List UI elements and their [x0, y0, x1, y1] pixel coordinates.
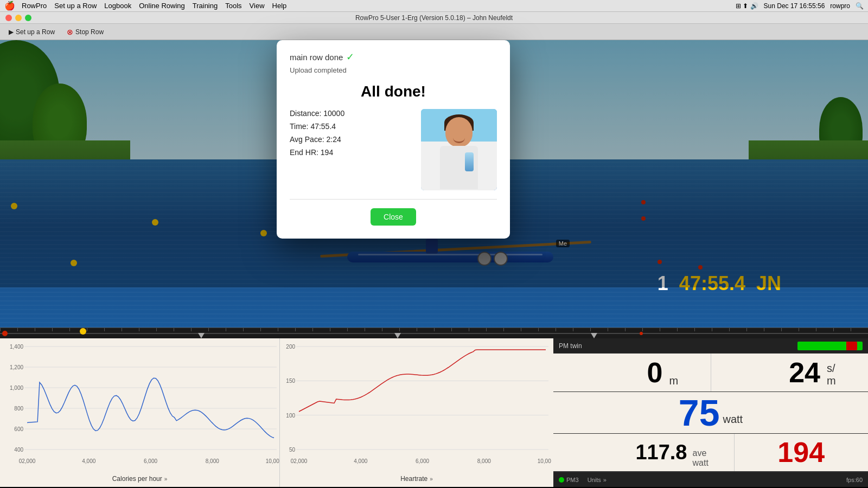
distance-label: Distance: — [290, 109, 321, 118]
timeline-triangle-2 — [394, 333, 401, 338]
stat-avg-pace: Avg Pace: 2:24 — [290, 135, 412, 144]
stop-row-button[interactable]: ⊗ Stop Row — [63, 27, 107, 37]
pm-avg-watts-value: 117.8 — [635, 441, 687, 464]
pm-avg-row: 117.8 ave watt 194 — [553, 434, 868, 472]
person-head — [445, 117, 473, 147]
setup-icon: ▶ — [9, 28, 14, 36]
pm-watts-row: 75 watt — [553, 392, 868, 434]
pm-distance-value: 0 — [647, 358, 663, 387]
left-charts: Calories per hour » Heartrate » — [0, 338, 553, 487]
units-label: Units — [588, 477, 601, 483]
pm-panel: PM twin 0 m 24 s/ m 75 — [553, 338, 868, 487]
calories-chart-title: Calories per hour » — [112, 475, 168, 483]
window-controls — [5, 15, 31, 21]
dialog-divider — [290, 199, 497, 200]
timeline-yellow-marker[interactable] — [80, 328, 86, 335]
dialog-body: Distance: 10000 Time: 47:55.4 Avg Pace: … — [290, 109, 497, 190]
menu-online-rowing[interactable]: Online Rowing — [139, 2, 185, 10]
timeline[interactable]: (function(){ const tl = document.getElem… — [0, 328, 868, 338]
menu-tools[interactable]: Tools — [225, 2, 241, 10]
apple-menu[interactable]: 🍎 — [4, 1, 15, 11]
pm-bar-red — [846, 342, 857, 350]
close-window-button[interactable] — [5, 15, 12, 21]
pm-pm3-item: PM3 — [559, 477, 579, 483]
pm-distance-unit-label: m — [669, 375, 679, 387]
stat-distance: Distance: 10000 — [290, 109, 412, 118]
pm-strokerate-cell: 24 — [711, 354, 825, 391]
all-done-title: All done! — [290, 83, 497, 100]
fps-display: fps:60 — [846, 477, 863, 483]
pm-strokerate-unit-top: s/ — [827, 362, 835, 375]
setup-row-button[interactable]: ▶ Set up a Row — [5, 27, 58, 37]
stop-icon: ⊗ — [67, 28, 73, 36]
dialog-stats: Distance: 10000 Time: 47:55.4 Avg Pace: … — [290, 109, 412, 190]
pm-strokerate-unit: s/ m — [825, 354, 868, 391]
timeline-triangle-1 — [198, 333, 205, 338]
timeline-triangle-3 — [591, 333, 597, 338]
menu-setup-row[interactable]: Set up a Row — [54, 2, 97, 10]
dialog-image — [421, 109, 497, 190]
menubar-right: ⊞ ⬆ 🔊 Sun Dec 17 16:55:56 rowpro 🔍 — [736, 2, 864, 10]
menu-view[interactable]: View — [250, 2, 265, 10]
pm-strokerate-unit-bot: m — [827, 375, 836, 387]
time-label: Time: — [290, 122, 308, 131]
person-smile — [453, 138, 465, 143]
avg-pace-value: 2:24 — [326, 135, 341, 144]
pm-distance-unit: m — [667, 354, 711, 391]
pm-watts-unit: watt — [723, 413, 743, 431]
dialog-status-text: main row done — [290, 53, 343, 62]
timeline-track — [0, 333, 868, 334]
calories-expand-icon[interactable]: » — [164, 476, 168, 482]
menu-logbook[interactable]: Logbook — [104, 2, 131, 10]
pm-avg-label: ave — [693, 448, 734, 458]
menu-icons: ⊞ ⬆ 🔊 — [736, 2, 758, 10]
pm-distance-cell: 0 — [553, 354, 667, 391]
pm-distance-row: 0 m 24 s/ m — [553, 354, 868, 392]
minimize-window-button[interactable] — [15, 15, 22, 21]
calories-chart: Calories per hour » — [0, 338, 280, 487]
pm3-label: PM3 — [566, 477, 579, 483]
timeline-position-start — [2, 331, 8, 336]
heartrate-expand-icon[interactable]: » — [430, 476, 433, 482]
completion-dialog: main row done ✓ Upload completed All don… — [277, 40, 510, 239]
maximize-window-button[interactable] — [25, 15, 31, 21]
pm-watts-value: 75 — [679, 394, 720, 431]
units-arrow-icon: » — [603, 477, 607, 483]
water-bottle — [465, 152, 474, 171]
search-icon[interactable]: 🔍 — [856, 2, 864, 10]
menu-username: rowpro — [830, 2, 850, 10]
pm-units-item[interactable]: Units » — [588, 477, 607, 483]
heartrate-chart: Heartrate » — [280, 338, 553, 487]
charts-area: Calories per hour » Heartrate » PM twin … — [0, 338, 868, 487]
pm-title: PM twin — [559, 342, 582, 350]
menu-training[interactable]: Training — [193, 2, 218, 10]
avg-pace-label: Avg Pace: — [290, 135, 324, 144]
close-button[interactable]: Close — [371, 208, 416, 226]
heartrate-chart-title: Heartrate » — [400, 475, 433, 483]
end-hr-label: End HR: — [290, 148, 318, 157]
distance-value: 10000 — [323, 109, 344, 118]
pm-strokerate-value: 24 — [789, 358, 820, 387]
pm-header: PM twin — [553, 338, 868, 354]
dialog-upload-status: Upload completed — [290, 66, 497, 74]
title-bar: RowPro 5-User 1-Erg (Version 5.0.18) – J… — [0, 12, 868, 24]
pm-avg-watts-label: watt — [693, 458, 734, 468]
pm3-status-icon — [559, 477, 564, 483]
checkmark-icon: ✓ — [346, 51, 354, 63]
menu-bar: 🍎 RowPro Set up a Row Logbook Online Row… — [0, 0, 868, 12]
pm-hr-value: 194 — [777, 436, 825, 468]
timeline-position-end — [640, 332, 643, 335]
window-title: RowPro 5-User 1-Erg (Version 5.0.18) – J… — [355, 14, 513, 22]
toolbar: ▶ Set up a Row ⊗ Stop Row — [0, 24, 868, 40]
stat-time: Time: 47:55.4 — [290, 122, 412, 131]
end-hr-value: 194 — [321, 148, 333, 157]
menu-datetime: Sun Dec 17 16:55:56 — [764, 2, 825, 10]
time-value: 47:55.4 — [310, 122, 336, 131]
dialog-header: main row done ✓ — [290, 51, 497, 63]
stat-end-hr: End HR: 194 — [290, 148, 412, 157]
menu-rowpro[interactable]: RowPro — [22, 2, 47, 10]
menu-help[interactable]: Help — [272, 2, 287, 10]
dialog-overlay: main row done ✓ Upload completed All don… — [0, 40, 868, 287]
pm-bar — [797, 342, 863, 350]
pm-footer: PM3 Units » fps:60 — [553, 472, 868, 487]
